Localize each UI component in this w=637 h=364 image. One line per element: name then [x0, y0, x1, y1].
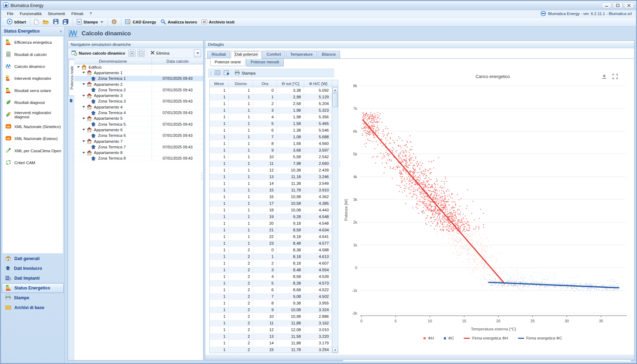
table-row[interactable]: 121411,883.179 — [210, 340, 332, 346]
close-button[interactable] — [624, 2, 634, 8]
legend-firma-energetica-c[interactable]: Firma energetica ΦC — [518, 336, 562, 340]
table-row[interactable]: 1279,084.502 — [210, 293, 332, 300]
chevron-down-icon[interactable] — [82, 152, 85, 154]
navigator-dropdown-button[interactable] — [194, 49, 201, 57]
column-giorno[interactable]: Giorno — [229, 80, 253, 87]
column-data-calcolo[interactable]: Data calcolo — [152, 58, 203, 64]
table-row[interactable]: 12910,083.324 — [210, 307, 332, 313]
tree-row-appartamento-7[interactable]: Appartamento 7 — [74, 139, 203, 144]
scroll-thumb[interactable] — [332, 93, 338, 107]
sidebar-nav-dati-involucro[interactable]: Dati Involucro — [1, 264, 64, 273]
table-row[interactable]: 11117,982.660 — [210, 160, 332, 167]
new-calc-button[interactable]: Nuovo calcolo dinamico — [70, 49, 126, 57]
table-row[interactable]: 1289,383.955 — [210, 300, 332, 307]
save-button[interactable] — [52, 18, 60, 26]
stampe-button[interactable]: WStampe — [75, 18, 105, 26]
tree-row-appartamento-5[interactable]: Appartamento 5 — [74, 116, 203, 121]
table-row[interactable]: 1218,184.613 — [210, 253, 332, 260]
settings-button[interactable] — [110, 18, 118, 26]
tree-row-zona-termica-1[interactable]: Zona Termica 107/01/2025 09:43 — [74, 76, 203, 82]
sidebar-item-interventi-migliorativi[interactable]: Interventi migliorativi — [2, 72, 63, 84]
sidebar-nav-archivi-di-base[interactable]: Archivi di base — [1, 303, 64, 313]
table-row[interactable]: 121010,982.886 — [210, 313, 332, 320]
chevron-down-icon[interactable] — [82, 83, 85, 85]
table-row[interactable]: 121311,583.220 — [210, 333, 332, 340]
table-row[interactable]: 111810,084.443 — [210, 207, 332, 214]
tree-row-zona-termica-8[interactable]: Zona Termica 807/01/2025 09:43 — [74, 156, 203, 161]
table-row[interactable]: 1238,484.554 — [210, 267, 332, 273]
column-est-c[interactable]: Θ est [°C] — [277, 80, 304, 87]
table-row[interactable]: 1112,985.129 — [210, 94, 332, 100]
sidebar-item-risultati-diagnosi[interactable]: Risultati diagnosi — [2, 97, 63, 108]
column-mese[interactable]: Mese — [210, 80, 229, 87]
print-button[interactable]: Stampa — [233, 70, 257, 77]
column-denominazione[interactable]: Denominazione — [74, 58, 152, 64]
table-row[interactable]: 1161,385.546 — [210, 127, 332, 134]
legend-firma-energetica-h[interactable]: Firma energetica ΦH — [464, 336, 508, 340]
save-all-button[interactable] — [61, 18, 70, 26]
table-row[interactable]: 1131,985.323 — [210, 107, 332, 114]
sidebar-item-xml-per-casaclima-open[interactable]: XML per CasaClima Open — [2, 145, 63, 157]
table-row[interactable]: 111610,984.362 — [210, 194, 332, 200]
table-row[interactable]: 11209,184.548 — [210, 220, 332, 227]
tree-row-appartamento-1[interactable]: Appartamento 1 — [74, 70, 203, 76]
tab-dati-potenze[interactable]: Dati potenze — [231, 51, 262, 59]
table-row[interactable]: 1181,584.560 — [210, 140, 332, 147]
grid-view-icon[interactable] — [215, 70, 220, 76]
tab-risultati[interactable]: Risultati — [207, 51, 230, 59]
sidebar-nav-dati-generali[interactable]: Dati generali — [1, 254, 64, 264]
chevron-down-icon[interactable] — [82, 118, 85, 119]
table-scrollbar[interactable]: ▲ ▼ — [332, 87, 338, 353]
table-row[interactable]: 121212,083.010 — [210, 327, 332, 333]
sidebar-nav-stampe[interactable]: Stampe — [1, 293, 64, 303]
table-row[interactable]: 1193,683.597 — [210, 147, 332, 154]
tree-row-zona-termica-3[interactable]: Zona Termica 307/01/2025 09:43 — [74, 99, 203, 104]
open-button[interactable] — [41, 19, 50, 26]
table-row[interactable]: 1141,985.356 — [210, 114, 332, 120]
panel-splitter[interactable] — [201, 173, 202, 180]
menu-file[interactable]: File — [4, 11, 17, 16]
table-row[interactable]: 111511,783.910 — [210, 187, 332, 194]
tab-potenza-reale[interactable]: Potenza reale — [69, 59, 74, 96]
chevron-down-icon[interactable] — [82, 95, 85, 97]
grid-export-icon[interactable] — [224, 70, 230, 76]
tree-row-appartamento-2[interactable]: Appartamento 2 — [74, 82, 203, 87]
subtab-potenze-mensili[interactable]: Potenze mensili — [246, 59, 284, 66]
expand-all-button[interactable] — [129, 50, 136, 57]
table-row[interactable]: 1122,585.204 — [210, 100, 332, 107]
sidebar-item-calcolo-dinamico[interactable]: Calcolo dinamico — [2, 61, 63, 72]
tree-row-appartamento-8[interactable]: Appartamento 8 — [74, 150, 203, 155]
menu-filmati[interactable]: Filmati — [68, 11, 86, 16]
new-button[interactable] — [33, 18, 40, 26]
tab-temperature[interactable]: Temperature — [286, 51, 317, 59]
collapse-all-button[interactable] — [138, 50, 145, 57]
tree-row-zona-termica-6[interactable]: Zona Termica 607/01/2025 09:43 — [74, 133, 203, 139]
sidebar-item-xml-nazionale-sintetico[interactable]: XMLXML Nazionale (Sintetico) — [2, 121, 63, 133]
sidebar-item-criteri-cam[interactable]: Criteri CAM — [2, 157, 63, 169]
table-row[interactable]: 11228,184.641 — [210, 233, 332, 240]
tree-row-appartamento-3[interactable]: Appartamento 3 — [74, 93, 203, 98]
chevron-down-icon[interactable] — [82, 129, 85, 131]
table-row[interactable]: 1208,384.588 — [210, 247, 332, 253]
sidebar-item-interventi-migliorativi-diagnosi[interactable]: Interventi migliorativi diagnosi — [2, 108, 63, 120]
tree-row-zona-termica-4[interactable]: Zona Termica 407/01/2025 09:43 — [74, 110, 203, 115]
chevron-down-icon[interactable] — [82, 140, 85, 142]
legend-c[interactable]: ΦC — [444, 336, 454, 340]
tree-row-zona-termica-5[interactable]: Zona Termica 507/01/2025 09:43 — [74, 121, 203, 127]
sidebar-nav-status-energetico[interactable]: Status Energetico — [2, 283, 64, 293]
toolbar-grip[interactable] — [210, 72, 211, 72]
scroll-up-icon[interactable]: ▲ — [332, 87, 338, 93]
sidebar-item-xml-nazionale-esteso[interactable]: XMLXML Nazionale (Esteso) — [2, 133, 63, 145]
table-row[interactable]: 111311,183.246 — [210, 174, 332, 180]
tree-row-appartamento-6[interactable]: Appartamento 6 — [74, 127, 203, 133]
chevron-down-icon[interactable] — [82, 106, 85, 108]
menu-[interactable]: ? — [86, 11, 95, 16]
minimize-button[interactable] — [602, 2, 611, 8]
sidebar-item-risultati-serra-solare[interactable]: Risultati serra solare — [2, 85, 63, 97]
table-row[interactable]: 111210,382.439 — [210, 167, 332, 174]
collapse-sidebar-button[interactable]: ‹ — [60, 28, 62, 34]
delete-button[interactable]: Elimina — [149, 50, 171, 56]
table-row[interactable]: 1248,584.539 — [210, 273, 332, 280]
table-row[interactable]: 121111,883.162 — [210, 320, 332, 327]
menu-strumenti[interactable]: Strumenti — [45, 11, 68, 16]
